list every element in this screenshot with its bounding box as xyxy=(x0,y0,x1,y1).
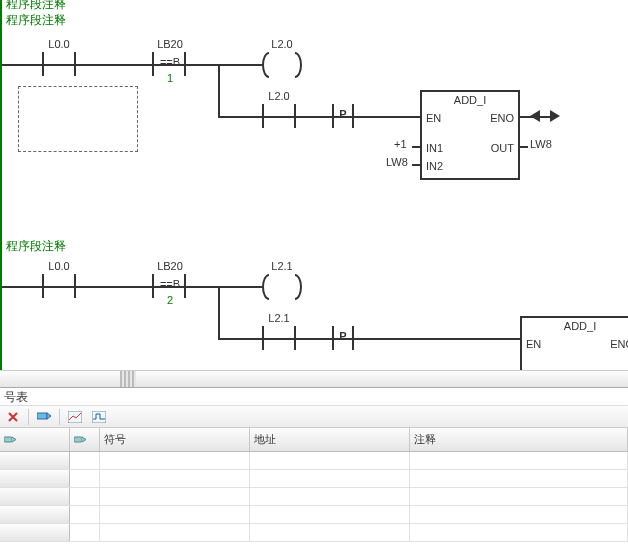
table-row[interactable] xyxy=(0,488,628,506)
table-header-address[interactable]: 地址 xyxy=(250,428,410,451)
filter-icon xyxy=(74,435,86,445)
tag-icon[interactable] xyxy=(35,408,53,426)
symbol-table-panel: 号表 符号 地址 注释 xyxy=(0,388,628,546)
segment-comment-1: 程序段注释 xyxy=(6,12,66,29)
splitter-grip-icon xyxy=(120,371,136,387)
p-trigger: P xyxy=(339,330,346,342)
chart-icon[interactable] xyxy=(66,408,84,426)
table-header-symbol[interactable]: 符号 xyxy=(100,428,250,451)
contact-label: L0.0 xyxy=(48,260,69,272)
coil-label: L2.1 xyxy=(271,260,292,272)
svg-rect-4 xyxy=(74,437,82,442)
table-header: 符号 地址 注释 xyxy=(0,428,628,452)
instruction-block-add-i[interactable]: ADD_I EN ENO xyxy=(520,316,628,370)
selection-box xyxy=(18,86,138,152)
table-header-comment[interactable]: 注释 xyxy=(410,428,628,451)
table-header-rownum[interactable] xyxy=(0,428,70,451)
horizontal-splitter[interactable] xyxy=(0,370,628,388)
compare-op: ==B xyxy=(160,56,180,68)
compare-val: 1 xyxy=(167,72,173,84)
pulse-icon[interactable] xyxy=(90,408,108,426)
compare-tag: LB20 xyxy=(157,38,183,50)
table-header-icon2[interactable] xyxy=(70,428,100,451)
table-body[interactable] xyxy=(0,452,628,546)
compare-op: ==B xyxy=(160,278,180,290)
filter-icon xyxy=(4,435,16,445)
symbol-toolbar xyxy=(0,406,628,428)
svg-rect-3 xyxy=(4,437,12,442)
segment-comment-2: 程序段注释 xyxy=(6,238,66,255)
branch-contact-label: L2.1 xyxy=(268,312,289,324)
p-trigger: P xyxy=(339,108,346,120)
in1-value: +1 xyxy=(394,138,407,150)
ladder-editor[interactable]: 程序段注释 程序段注释 L0.0 LB20 ==B 1 L2.0 L2.0 xyxy=(0,0,628,370)
compare-val: 2 xyxy=(167,294,173,306)
branch-contact-label: L2.0 xyxy=(268,90,289,102)
compare-tag: LB20 xyxy=(157,260,183,272)
in2-value: LW8 xyxy=(386,156,408,168)
svg-rect-0 xyxy=(37,413,47,419)
delete-icon[interactable] xyxy=(4,408,22,426)
instruction-block-add-i[interactable]: ADD_I EN ENO IN1 OUT IN2 xyxy=(420,90,520,180)
out-value: LW8 xyxy=(530,138,552,150)
svg-rect-2 xyxy=(92,411,106,423)
contact-label: L0.0 xyxy=(48,38,69,50)
table-row[interactable] xyxy=(0,452,628,470)
panel-title: 号表 xyxy=(0,388,628,406)
table-row[interactable] xyxy=(0,506,628,524)
coil-label: L2.0 xyxy=(271,38,292,50)
table-row[interactable] xyxy=(0,470,628,488)
table-row[interactable] xyxy=(0,524,628,542)
